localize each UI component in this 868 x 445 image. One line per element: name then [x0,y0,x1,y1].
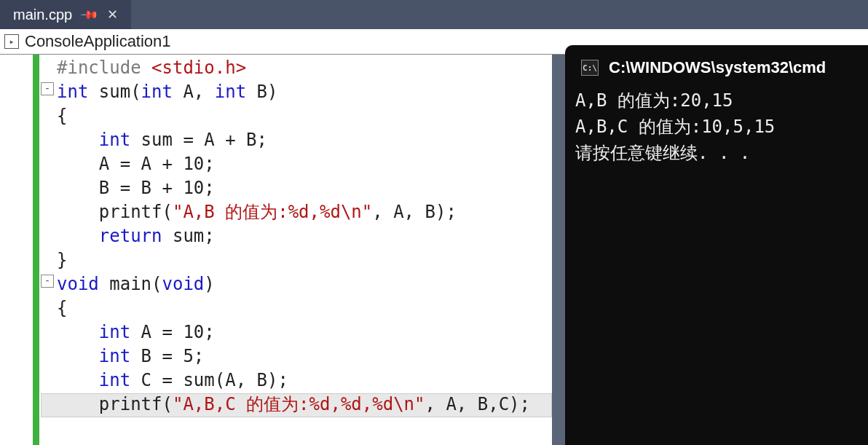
code-text: { [57,106,67,126]
code-text: ) [204,274,214,294]
string: "A,B 的值为:%d,%d\n" [173,202,372,222]
code-text: C = sum(A, B); [130,370,288,390]
code-content[interactable]: #include <stdio.h> int sum(int A, int B)… [57,56,530,417]
string: "A,B,C 的值为:%d,%d,%d\n" [173,394,425,414]
code-text [57,226,99,246]
keyword: int [141,82,173,102]
include-path: <stdio.h> [151,58,246,78]
pin-icon[interactable]: 📌 [79,4,100,25]
code-text: main( [99,274,162,294]
code-text: printf( [57,394,173,414]
keyword: void [57,274,99,294]
code-text: A = 10; [130,322,215,342]
code-text: B) [246,82,277,102]
code-text: , A, B); [372,202,457,222]
terminal-line: A,B 的值为:20,15 [575,90,733,111]
project-icon: ▸ [4,34,19,49]
code-text: } [57,250,67,270]
keyword: int [215,82,246,102]
terminal-titlebar: C:\ C:\WINDOWS\system32\cmd [565,45,868,84]
keyword: void [162,274,205,294]
code-text [57,370,99,390]
close-icon[interactable]: ✕ [107,7,118,23]
code-text: { [57,298,67,318]
code-text [57,130,99,150]
keyword: int [99,346,130,366]
code-text: A = A + 10; [57,154,215,174]
code-text: sum( [88,82,141,102]
code-text: sum = A + B; [130,130,267,150]
fold-button[interactable]: - [41,275,54,288]
keyword: return [99,226,162,246]
code-text: printf( [57,202,173,222]
terminal-output: A,B 的值为:20,15 A,B,C 的值为:10,5,15 请按任意键继续.… [565,84,868,169]
keyword: int [99,322,130,342]
code-text [57,322,99,342]
terminal-title-text: C:\WINDOWS\system32\cmd [609,58,826,77]
terminal-window[interactable]: C:\ C:\WINDOWS\system32\cmd A,B 的值为:20,1… [565,45,868,445]
keyword: int [99,130,130,150]
code-text [57,346,99,366]
code-text: A, [173,82,215,102]
file-tab[interactable]: main.cpp 📌 ✕ [0,0,131,29]
terminal-line: A,B,C 的值为:10,5,15 [575,117,775,137]
cmd-icon: C:\ [581,60,599,76]
preproc: #include [57,58,151,78]
fold-button[interactable]: - [41,82,54,95]
project-title: ConsoleApplication1 [25,32,171,51]
tab-filename: main.cpp [13,7,72,23]
code-text: B = 5; [130,346,204,366]
terminal-line: 请按任意键继续. . . [575,143,750,163]
code-text: B = B + 10; [57,178,215,198]
keyword: int [99,370,130,390]
code-text: , A, B,C); [425,394,531,414]
code-editor[interactable]: - - #include <stdio.h> int sum(int A, in… [0,55,552,445]
change-marker [33,55,39,445]
code-text: sum; [162,226,215,246]
keyword: int [57,82,88,102]
tab-bar: main.cpp 📌 ✕ [0,0,868,29]
